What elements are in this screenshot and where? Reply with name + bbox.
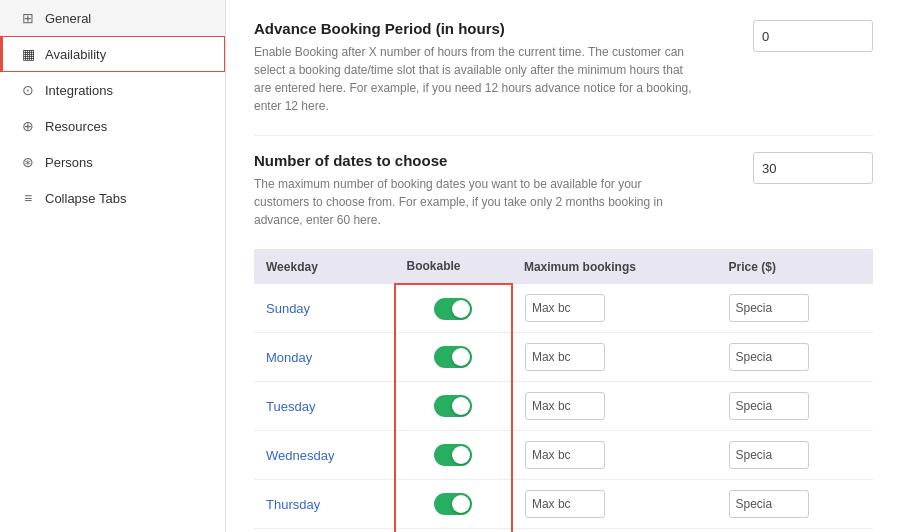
- advance-booking-section: Advance Booking Period (in hours) Enable…: [254, 20, 873, 115]
- availability-table: Weekday Bookable Maximum bookings Price …: [254, 249, 873, 532]
- general-icon: ⊞: [19, 10, 37, 26]
- resources-icon: ⊕: [19, 118, 37, 134]
- max-bookings-input[interactable]: [525, 392, 605, 420]
- day-cell: Friday: [254, 529, 395, 533]
- sidebar-item-collapse-tabs[interactable]: ≡ Collapse Tabs: [0, 180, 225, 216]
- day-cell: Wednesday: [254, 431, 395, 480]
- bookable-cell[interactable]: [395, 382, 512, 431]
- max-bookings-cell[interactable]: [512, 480, 717, 529]
- advance-booking-desc: Enable Booking after X number of hours f…: [254, 43, 694, 115]
- price-cell[interactable]: [717, 431, 873, 480]
- sidebar-item-resources[interactable]: ⊕ Resources: [0, 108, 225, 144]
- bookable-toggle-monday[interactable]: [434, 346, 472, 368]
- num-dates-title: Number of dates to choose: [254, 152, 694, 169]
- max-bookings-cell[interactable]: [512, 431, 717, 480]
- bookable-toggle-tuesday[interactable]: [434, 395, 472, 417]
- price-cell[interactable]: [717, 480, 873, 529]
- col-weekday: Weekday: [254, 249, 395, 284]
- num-dates-input[interactable]: [753, 152, 873, 184]
- bookable-cell[interactable]: [395, 480, 512, 529]
- bookable-toggle-thursday[interactable]: [434, 493, 472, 515]
- max-bookings-input[interactable]: [525, 441, 605, 469]
- price-cell[interactable]: [717, 529, 873, 533]
- bookable-cell[interactable]: [395, 333, 512, 382]
- max-bookings-cell[interactable]: [512, 529, 717, 533]
- table-row: Thursday: [254, 480, 873, 529]
- col-bookable: Bookable: [395, 249, 512, 284]
- col-price: Price ($): [717, 249, 873, 284]
- price-cell[interactable]: [717, 333, 873, 382]
- bookable-cell[interactable]: [395, 431, 512, 480]
- availability-icon: ▦: [19, 46, 37, 62]
- integrations-icon: ⊙: [19, 82, 37, 98]
- table-row: Sunday: [254, 284, 873, 333]
- max-bookings-cell[interactable]: [512, 382, 717, 431]
- table-header: Weekday Bookable Maximum bookings Price …: [254, 249, 873, 284]
- price-input[interactable]: [729, 343, 809, 371]
- price-input[interactable]: [729, 441, 809, 469]
- price-input[interactable]: [729, 294, 809, 322]
- day-cell: Sunday: [254, 284, 395, 333]
- table-row: Friday: [254, 529, 873, 533]
- price-input[interactable]: [729, 490, 809, 518]
- day-cell: Tuesday: [254, 382, 395, 431]
- max-bookings-cell[interactable]: [512, 284, 717, 333]
- sidebar-item-availability[interactable]: ▦ Availability: [0, 36, 225, 72]
- max-bookings-input[interactable]: [525, 490, 605, 518]
- col-max-bookings: Maximum bookings: [512, 249, 717, 284]
- sidebar-item-label: Collapse Tabs: [45, 191, 126, 206]
- persons-icon: ⊛: [19, 154, 37, 170]
- table-row: Tuesday: [254, 382, 873, 431]
- num-dates-desc: The maximum number of booking dates you …: [254, 175, 694, 229]
- advance-booking-input[interactable]: [753, 20, 873, 52]
- price-input[interactable]: [729, 392, 809, 420]
- max-bookings-cell[interactable]: [512, 333, 717, 382]
- sidebar-item-integrations[interactable]: ⊙ Integrations: [0, 72, 225, 108]
- bookable-cell[interactable]: [395, 529, 512, 533]
- table-body: Sunday Monday: [254, 284, 873, 532]
- max-bookings-input[interactable]: [525, 343, 605, 371]
- sidebar: ⊞ General ▦ Availability ⊙ Integrations …: [0, 0, 226, 532]
- main-content: Advance Booking Period (in hours) Enable…: [226, 0, 901, 532]
- sidebar-item-label: Persons: [45, 155, 93, 170]
- sidebar-item-general[interactable]: ⊞ General: [0, 0, 225, 36]
- bookable-cell[interactable]: [395, 284, 512, 333]
- collapse-tabs-icon: ≡: [19, 190, 37, 206]
- num-dates-section: Number of dates to choose The maximum nu…: [254, 152, 873, 229]
- bookable-toggle-sunday[interactable]: [434, 298, 472, 320]
- sidebar-item-label: Integrations: [45, 83, 113, 98]
- price-cell[interactable]: [717, 284, 873, 333]
- sidebar-item-label: Availability: [45, 47, 106, 62]
- sidebar-item-label: Resources: [45, 119, 107, 134]
- sidebar-item-label: General: [45, 11, 91, 26]
- sidebar-item-persons[interactable]: ⊛ Persons: [0, 144, 225, 180]
- table-row: Monday: [254, 333, 873, 382]
- max-bookings-input[interactable]: [525, 294, 605, 322]
- table-row: Wednesday: [254, 431, 873, 480]
- day-cell: Monday: [254, 333, 395, 382]
- price-cell[interactable]: [717, 382, 873, 431]
- bookable-toggle-wednesday[interactable]: [434, 444, 472, 466]
- advance-booking-title: Advance Booking Period (in hours): [254, 20, 694, 37]
- day-cell: Thursday: [254, 480, 395, 529]
